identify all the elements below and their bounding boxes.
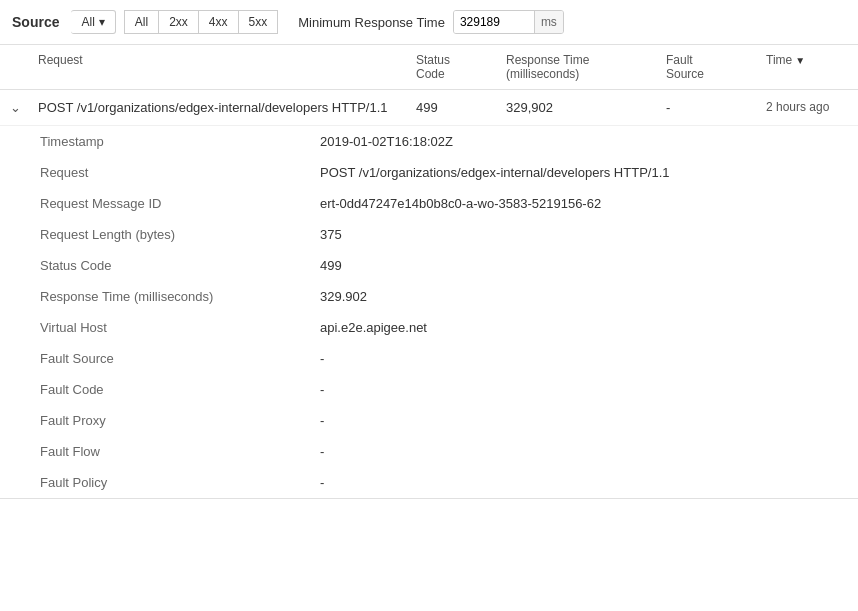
detail-request-length-row: Request Length (bytes) 375: [0, 219, 858, 250]
sort-arrow-icon: ▼: [795, 55, 805, 66]
detail-fault-flow-row: Fault Flow -: [0, 436, 858, 467]
min-response-input-wrap: ms: [453, 10, 564, 34]
detail-fault-policy-label: Fault Policy: [0, 467, 280, 498]
detail-request-row: Request POST /v1/organizations/edgex-int…: [0, 157, 858, 188]
filter-all-button[interactable]: All: [124, 10, 159, 34]
response-time-label: Response Time(milliseconds): [506, 53, 589, 81]
min-response-input[interactable]: [454, 11, 534, 33]
col-response-time-header: Response Time(milliseconds): [498, 53, 658, 81]
filter-button-group: All 2xx 4xx 5xx: [124, 10, 278, 34]
detail-virtual-host-value: api.e2e.apigee.net: [280, 312, 858, 343]
detail-response-time-label: Response Time (milliseconds): [0, 281, 280, 312]
status-code-label: StatusCode: [416, 53, 450, 81]
detail-timestamp-label: Timestamp: [0, 126, 280, 157]
ms-unit-label: ms: [534, 11, 563, 33]
fault-source-label: FaultSource: [666, 53, 704, 81]
data-table: Request StatusCode Response Time(millise…: [0, 45, 858, 499]
filter-2xx-button[interactable]: 2xx: [159, 10, 199, 34]
fault-source-cell: -: [658, 90, 758, 125]
detail-section: Timestamp 2019-01-02T16:18:02Z Request P…: [0, 126, 858, 499]
col-fault-source-header: FaultSource: [658, 53, 758, 81]
detail-status-code-value: 499: [280, 250, 858, 281]
detail-response-time-value: 329.902: [280, 281, 858, 312]
detail-status-code-row: Status Code 499: [0, 250, 858, 281]
detail-fault-flow-value: -: [280, 436, 858, 467]
col-time-header[interactable]: Time ▼: [758, 53, 858, 81]
detail-request-message-id-value: ert-0dd47247e14b0b8c0-a-wo-3583-5219156-…: [280, 188, 858, 219]
detail-fault-policy-value: -: [280, 467, 858, 498]
detail-request-value: POST /v1/organizations/edgex-internal/de…: [280, 157, 858, 188]
detail-virtual-host-row: Virtual Host api.e2e.apigee.net: [0, 312, 858, 343]
time-cell: 2 hours ago: [758, 90, 858, 124]
min-response-label: Minimum Response Time: [298, 15, 445, 30]
col-request-header: Request: [30, 53, 408, 81]
detail-fault-flow-label: Fault Flow: [0, 436, 280, 467]
source-label: Source: [12, 14, 59, 30]
detail-fault-proxy-label: Fault Proxy: [0, 405, 280, 436]
detail-timestamp-row: Timestamp 2019-01-02T16:18:02Z: [0, 126, 858, 157]
detail-fault-policy-row: Fault Policy -: [0, 467, 858, 498]
detail-virtual-host-label: Virtual Host: [0, 312, 280, 343]
detail-fault-code-value: -: [280, 374, 858, 405]
col-expand-header: [0, 53, 30, 81]
filter-5xx-button[interactable]: 5xx: [239, 10, 279, 34]
col-status-code-header: StatusCode: [408, 53, 498, 81]
detail-request-length-value: 375: [280, 219, 858, 250]
table-header: Request StatusCode Response Time(millise…: [0, 45, 858, 90]
response-time-cell: 329,902: [498, 90, 658, 125]
detail-response-time-row: Response Time (milliseconds) 329.902: [0, 281, 858, 312]
table-row: ⌄ POST /v1/organizations/edgex-internal/…: [0, 90, 858, 126]
detail-request-length-label: Request Length (bytes): [0, 219, 280, 250]
filter-4xx-button[interactable]: 4xx: [199, 10, 239, 34]
all-dropdown-label: All: [81, 15, 94, 29]
detail-fault-proxy-value: -: [280, 405, 858, 436]
detail-fault-proxy-row: Fault Proxy -: [0, 405, 858, 436]
detail-request-message-id-row: Request Message ID ert-0dd47247e14b0b8c0…: [0, 188, 858, 219]
all-dropdown-button[interactable]: All ▾: [71, 10, 115, 34]
detail-timestamp-value: 2019-01-02T16:18:02Z: [280, 126, 858, 157]
status-code-cell: 499: [408, 90, 498, 125]
detail-request-label: Request: [0, 157, 280, 188]
chevron-down-row-icon: ⌄: [10, 100, 21, 115]
detail-fault-code-label: Fault Code: [0, 374, 280, 405]
detail-status-code-label: Status Code: [0, 250, 280, 281]
toolbar: Source All ▾ All 2xx 4xx 5xx Minimum Res…: [0, 0, 858, 45]
expand-button[interactable]: ⌄: [0, 90, 30, 125]
time-label: Time: [766, 53, 792, 67]
detail-table: Timestamp 2019-01-02T16:18:02Z Request P…: [0, 126, 858, 498]
detail-fault-code-row: Fault Code -: [0, 374, 858, 405]
detail-fault-source-label: Fault Source: [0, 343, 280, 374]
detail-fault-source-value: -: [280, 343, 858, 374]
request-cell: POST /v1/organizations/edgex-internal/de…: [30, 90, 408, 125]
detail-fault-source-row: Fault Source -: [0, 343, 858, 374]
detail-request-message-id-label: Request Message ID: [0, 188, 280, 219]
chevron-down-icon: ▾: [99, 15, 105, 29]
